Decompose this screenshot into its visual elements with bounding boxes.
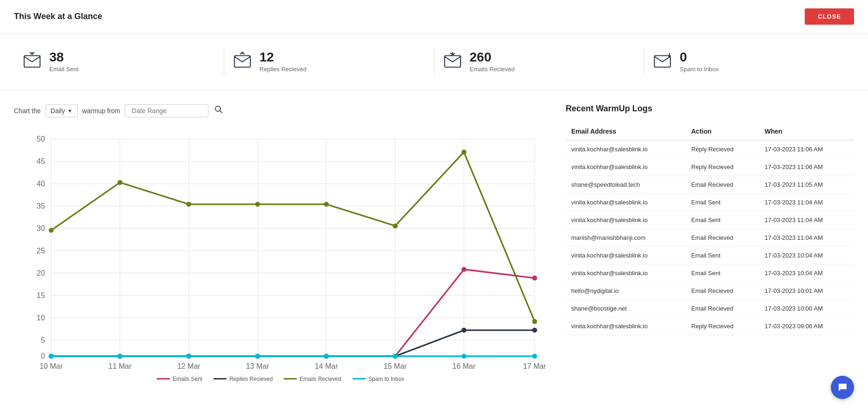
replies-received-value: 12 — [260, 50, 307, 65]
svg-point-76 — [255, 354, 260, 359]
search-icon — [214, 105, 223, 114]
cell-when: 17-03-2023 10:04 AM — [759, 264, 854, 282]
svg-point-51 — [186, 202, 191, 207]
logs-table: Email Address Action When vinita.kochhar… — [566, 123, 854, 335]
svg-point-73 — [49, 354, 54, 359]
cell-email: vinita.kochhar@salesblink.io — [566, 318, 686, 335]
logs-title: Recent WarmUp Logs — [566, 104, 854, 114]
email-sent-icon — [23, 51, 41, 71]
cell-action: Email Recieved — [686, 229, 759, 247]
col-email-address: Email Address — [566, 123, 686, 140]
legend-emails-received-label: Emails Recieved — [300, 376, 341, 382]
cell-when: 17-03-2023 11:04 AM — [759, 194, 854, 211]
stat-divider-1 — [224, 47, 224, 75]
emails-sent-label: Email Sent — [49, 66, 79, 73]
svg-text:0: 0 — [41, 352, 45, 360]
table-row: shane@speedtolead.techEmail Recieved17-0… — [566, 176, 854, 194]
page-container: This Week at a Glance CLOSE 38 Email Sen… — [0, 0, 868, 413]
svg-line-10 — [220, 111, 222, 113]
legend-emails-sent-label: Emails Sent — [173, 376, 202, 382]
legend-replies-received: Replies Recieved — [214, 376, 273, 382]
svg-text:30: 30 — [37, 224, 45, 232]
chart-date-range-input[interactable] — [125, 104, 208, 117]
cell-email: vinita.kochhar@salesblink.io — [566, 194, 686, 211]
emails-received-label: Emails Recieved — [470, 66, 515, 73]
cell-when: 17-03-2023 11:06 AM — [759, 158, 854, 176]
cell-when: 17-03-2023 11:06 AM — [759, 140, 854, 158]
table-row: vinita.kochhar@salesblink.ioEmail Sent17… — [566, 264, 854, 282]
stat-content-emails-received: 260 Emails Recieved — [470, 50, 515, 73]
table-row: vinita.kochhar@salesblink.ioReply Reciev… — [566, 318, 854, 335]
chart-legend: Emails Sent Replies Recieved Emails Reci… — [14, 376, 547, 382]
cell-action: Reply Recieved — [686, 318, 759, 335]
table-row: vinita.kochhar@salesblink.ioEmail Sent17… — [566, 211, 854, 229]
stat-emails-sent: 38 Email Sent — [23, 50, 214, 73]
svg-text:5: 5 — [41, 336, 45, 344]
svg-point-63 — [461, 267, 467, 272]
chevron-down-icon: ▼ — [67, 108, 73, 114]
cell-email: hello@nydigital.io — [566, 282, 686, 300]
svg-point-52 — [255, 202, 260, 207]
svg-point-77 — [324, 354, 329, 359]
chat-button[interactable] — [831, 376, 854, 399]
table-row: hello@nydigital.ioEmail Recieved17-03-20… — [566, 282, 854, 300]
cell-action: Email Sent — [686, 264, 759, 282]
stat-spam-inbox: 0 Spam to Inbox — [654, 50, 845, 73]
cell-when: 17-03-2023 11:04 AM — [759, 229, 854, 247]
cell-email: manish@manishbhanji.com — [566, 229, 686, 247]
page-title: This Week at a Glance — [14, 12, 102, 21]
svg-text:15 Mar: 15 Mar — [384, 362, 407, 369]
col-when: When — [759, 123, 854, 140]
chart-search-button[interactable] — [213, 104, 224, 117]
cell-action: Reply Recieved — [686, 140, 759, 158]
table-row: vinita.kochhar@salesblink.ioReply Reciev… — [566, 140, 854, 158]
table-row: shane@boostige.netEmail Recieved17-03-20… — [566, 300, 854, 318]
svg-point-74 — [118, 354, 123, 359]
chart-label-after: warmup from — [82, 107, 120, 115]
stat-content-spam-inbox: 0 Spam to Inbox — [680, 50, 719, 73]
chart-svg: 50 45 40 35 30 25 20 15 10 5 0 10 Mar 11… — [14, 127, 547, 369]
svg-point-55 — [461, 149, 467, 155]
legend-spam-inbox-label: Spam to Inbox — [368, 376, 404, 382]
chart-frequency-select[interactable]: Daily ▼ — [46, 104, 78, 117]
close-button[interactable]: CLOSE — [805, 8, 854, 25]
email-inbox-icon — [444, 51, 461, 71]
chat-icon — [837, 382, 848, 393]
chart-label-before: Chart the — [14, 107, 41, 115]
svg-text:11 Mar: 11 Mar — [108, 362, 132, 369]
table-row: vinita.kochhar@salesblink.ioEmail Sent17… — [566, 247, 854, 264]
cell-email: vinita.kochhar@salesblink.io — [566, 140, 686, 158]
chart-controls: Chart the Daily ▼ warmup from — [14, 104, 547, 117]
legend-replies-received-line — [214, 378, 227, 379]
svg-text:16 Mar: 16 Mar — [453, 362, 476, 369]
table-header-row: Email Address Action When — [566, 123, 854, 140]
cell-action: Email Sent — [686, 247, 759, 264]
cell-when: 17-03-2023 09:06 AM — [759, 318, 854, 335]
cell-email: vinita.kochhar@salesblink.io — [566, 158, 686, 176]
stat-emails-received: 260 Emails Recieved — [444, 50, 635, 73]
svg-point-53 — [324, 202, 329, 207]
cell-email: vinita.kochhar@salesblink.io — [566, 247, 686, 264]
emails-received-value: 260 — [470, 50, 515, 65]
legend-emails-received-line — [284, 378, 297, 379]
svg-point-50 — [118, 180, 123, 185]
svg-text:40: 40 — [37, 180, 45, 188]
svg-text:12 Mar: 12 Mar — [177, 362, 200, 369]
svg-point-78 — [393, 354, 398, 359]
cell-when: 17-03-2023 10:01 AM — [759, 282, 854, 300]
svg-text:50: 50 — [37, 135, 45, 143]
cell-when: 17-03-2023 11:05 AM — [759, 176, 854, 194]
svg-text:14 Mar: 14 Mar — [315, 362, 338, 369]
svg-text:10: 10 — [37, 314, 45, 322]
svg-text:13 Mar: 13 Mar — [246, 362, 269, 369]
svg-text:25: 25 — [37, 247, 45, 255]
cell-email: shane@boostige.net — [566, 300, 686, 318]
svg-text:17 Mar: 17 Mar — [523, 362, 546, 369]
stat-divider-3 — [644, 47, 644, 75]
cell-when: 17-03-2023 11:04 AM — [759, 211, 854, 229]
stat-divider-2 — [434, 47, 434, 75]
svg-point-79 — [461, 354, 467, 359]
svg-point-71 — [461, 328, 467, 333]
svg-point-56 — [532, 319, 537, 324]
table-row: manish@manishbhanji.comEmail Recieved17-… — [566, 229, 854, 247]
